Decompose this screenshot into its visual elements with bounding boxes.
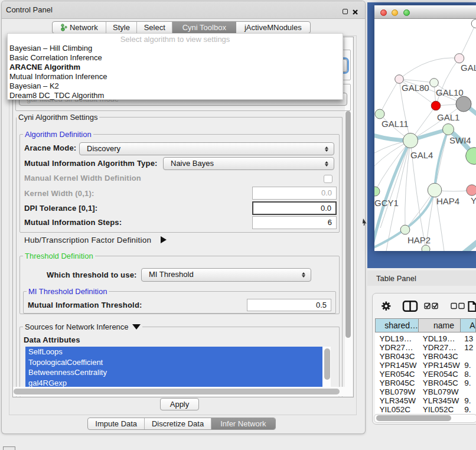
svg-text:GAL10: GAL10 [436,87,464,97]
svg-text:HAP4: HAP4 [436,196,459,206]
svg-text:HAP2: HAP2 [407,235,431,245]
svg-text:GCY1: GCY1 [374,198,399,208]
svg-text:Y: Y [471,195,476,206]
svg-text:GAL11: GAL11 [382,119,409,129]
svg-text:GAL80: GAL80 [402,83,429,93]
svg-text:GAL1: GAL1 [437,112,459,122]
svg-text:GAL7: GAL7 [461,63,476,73]
svg-text:GAL4: GAL4 [410,150,433,160]
svg-text:SWI4: SWI4 [449,135,471,145]
